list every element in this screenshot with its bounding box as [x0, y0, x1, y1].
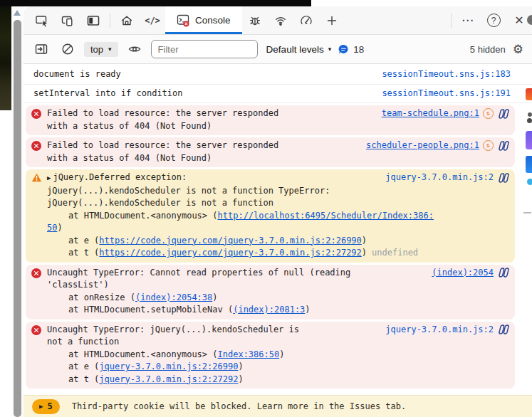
- network-conditions-tab[interactable]: [268, 6, 293, 34]
- home-icon: [120, 14, 134, 28]
- infobar-message: Third-party cookie will be blocked. Lear…: [72, 401, 407, 411]
- copilot-explain-icon[interactable]: [497, 108, 509, 120]
- stack-frame: at HTMLDocument.<anonymous> (http://loca…: [47, 210, 509, 223]
- activity-bar-layout-button[interactable]: [80, 6, 106, 34]
- console-message-warning: ▶jQuery.Deferred exception: jquery-3.7.0…: [26, 169, 515, 263]
- add-tab-button[interactable]: [319, 6, 345, 34]
- stack-frame-wrap: 50): [47, 222, 509, 235]
- inspect-element-button[interactable]: [29, 6, 55, 34]
- source-link[interactable]: sessionTimeout.sns.js:183: [382, 68, 511, 81]
- console-settings-button[interactable]: ⚙: [513, 42, 523, 57]
- edge-marker-orange: [526, 88, 532, 100]
- error-icon: [31, 139, 47, 155]
- issues-infobar: ▶ 5 Third-party cookie will be blocked. …: [24, 395, 532, 417]
- console-message-error: Uncaught TypeError: jQuery(...).kendoSch…: [26, 322, 515, 389]
- source-link[interactable]: jquery-3.7.0.min.js:2: [385, 171, 494, 184]
- network-request-icon[interactable]: ⇅: [483, 108, 494, 119]
- stack-link[interactable]: https://code.jquery.com/jquery-3.7.0.min…: [99, 236, 361, 246]
- edge-marker-dash: [523, 212, 531, 213]
- source-link[interactable]: team-schedule.png:1: [382, 107, 479, 120]
- error-content: Uncaught TypeError: Cannot read properti…: [47, 267, 509, 317]
- edge-marker-dot-top: [528, 112, 532, 117]
- stack-link[interactable]: (index):2081:3: [233, 305, 305, 315]
- stack-link[interactable]: (index):2054:38: [135, 292, 212, 302]
- error-text: 'classList'): [47, 279, 509, 292]
- scrollbar-thumb[interactable]: [14, 20, 21, 417]
- stack-link[interactable]: jquery-3.7.0.min.js:2:27292: [99, 374, 238, 384]
- scrollbar-up-arrow[interactable]: [14, 10, 21, 16]
- console-message-log: document is ready sessionTimeout.sns.js:…: [24, 65, 532, 85]
- wifi-icon: [273, 14, 288, 28]
- devtools-panel: </> Console: [24, 6, 532, 417]
- caret-right-icon: ▶: [39, 403, 43, 410]
- hidden-messages-label[interactable]: 5 hidden: [470, 44, 506, 55]
- error-icon: [31, 107, 47, 123]
- error-text: with a status of 404 (Not Found): [47, 152, 509, 165]
- tabbar-spacer: [345, 6, 447, 34]
- sources-tab[interactable]: </>: [140, 6, 165, 34]
- log-levels-dropdown[interactable]: Default levels ▾: [266, 44, 332, 55]
- console-icon: [177, 14, 190, 27]
- stack-frame: at e (jquery-3.7.0.min.js:2:26990): [47, 361, 509, 374]
- javascript-context-selector[interactable]: top ▾: [84, 42, 118, 57]
- more-options-button[interactable]: ⋯: [455, 6, 481, 34]
- network-request-icon[interactable]: ⇅: [483, 140, 494, 151]
- stack-frame: at HTMLDocument.setupMobileNav ((index):…: [47, 304, 509, 317]
- welcome-home-tab[interactable]: [114, 6, 140, 34]
- panel-layout-icon: [86, 14, 100, 28]
- console-toolbar: top ▾ Default levels ▾ 18: [24, 35, 532, 64]
- warning-text: jQuery(...).kendoScheduler is not a func…: [47, 197, 509, 210]
- browser-top-strip: [0, 0, 311, 6]
- toolbar-separator: [451, 13, 452, 28]
- console-message-error: Failed to load resource: the server resp…: [26, 137, 515, 167]
- performance-tab[interactable]: [293, 6, 319, 34]
- log-levels-label: Default levels: [266, 44, 324, 55]
- expand-caret-icon[interactable]: ▶: [47, 174, 51, 181]
- stack-link[interactable]: 50: [47, 223, 57, 233]
- warning-text: jQuery(...).kendoScheduler is not a func…: [47, 185, 509, 198]
- source-link[interactable]: scheduler-people.png:1: [366, 139, 479, 152]
- error-content: Uncaught TypeError: jQuery(...).kendoSch…: [47, 324, 509, 386]
- issue-counter-badge[interactable]: ▶ 5: [32, 399, 60, 414]
- warning-icon: [31, 171, 47, 186]
- help-icon: ?: [487, 14, 501, 27]
- error-text: Failed to load resource: the server resp…: [47, 139, 366, 152]
- debugger-tab[interactable]: [242, 6, 268, 34]
- issues-bubble-icon: [338, 44, 349, 55]
- log-text: document is ready: [33, 68, 121, 81]
- copilot-explain-icon[interactable]: [497, 140, 509, 152]
- edge-marker-dot-bottom: [527, 118, 532, 123]
- more-dots-icon: ⋯: [461, 13, 474, 28]
- filter-input[interactable]: [151, 40, 258, 58]
- source-link[interactable]: (index):2054: [432, 267, 494, 280]
- console-message-error: Failed to load resource: the server resp…: [26, 105, 515, 135]
- toolbar-separator: [110, 13, 110, 28]
- live-expression-button[interactable]: [125, 42, 145, 56]
- copilot-explain-icon[interactable]: [497, 172, 509, 184]
- stack-link[interactable]: jquery-3.7.0.min.js:2:26990: [99, 361, 238, 371]
- error-text: Failed to load resource: the server resp…: [47, 107, 382, 120]
- error-content: Failed to load resource: the server resp…: [47, 139, 509, 164]
- device-emulation-button[interactable]: [55, 6, 80, 34]
- issues-count: 18: [353, 44, 364, 55]
- console-sidebar-toggle[interactable]: [31, 42, 51, 56]
- source-link[interactable]: jquery-3.7.0.min.js:2: [385, 324, 494, 337]
- log-text: setInterval into if condition: [33, 88, 183, 100]
- stack-link[interactable]: Index:386:50: [218, 349, 280, 359]
- edge-marker-blue: [526, 156, 532, 173]
- screen: </> Console: [0, 0, 532, 417]
- tab-console[interactable]: Console: [165, 6, 242, 34]
- issues-counter[interactable]: 18: [338, 44, 364, 55]
- stack-link[interactable]: https://code.jquery.com/jquery-3.7.0.min…: [99, 248, 361, 258]
- device-emulation-icon: [61, 14, 75, 28]
- error-text: Uncaught TypeError: jQuery(...).kendoSch…: [47, 324, 385, 337]
- eye-icon: [127, 42, 142, 56]
- clear-console-button[interactable]: [58, 42, 78, 56]
- page-scrollbar[interactable]: [11, 6, 24, 417]
- stack-frame: at t (https://code.jquery.com/jquery-3.7…: [47, 247, 509, 260]
- source-link[interactable]: sessionTimeout.sns.js:191: [382, 88, 511, 100]
- copilot-explain-icon[interactable]: [497, 267, 509, 278]
- copilot-explain-icon[interactable]: [497, 324, 509, 335]
- help-button[interactable]: ?: [481, 6, 506, 34]
- stack-link[interactable]: http://localhost:6495/Scheduler/Index:38…: [218, 211, 434, 221]
